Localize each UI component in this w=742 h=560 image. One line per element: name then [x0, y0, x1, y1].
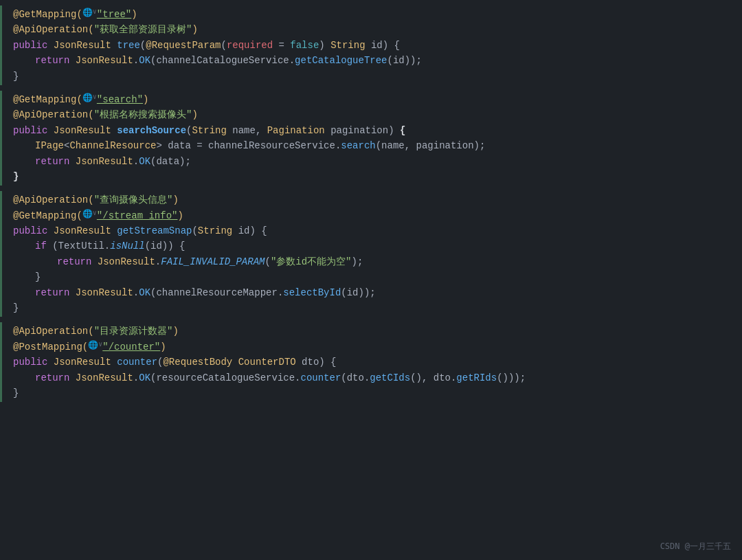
mapping-value: "tree" — [97, 7, 131, 22]
line: if (TextUtil.isNull(id)) { — [2, 238, 742, 254]
code-block-4: @ApiOperation("目录资源计数器") @PostMapping(🌐∨… — [0, 322, 742, 402]
line: } — [2, 300, 742, 315]
annotation: @GetMapping( — [13, 7, 82, 22]
line: } — [2, 69, 742, 84]
globe-icon: 🌐 — [82, 7, 93, 20]
mapping-value: "/counter" — [102, 339, 160, 355]
line: @GetMapping(🌐∨"/stream_info") — [2, 208, 742, 223]
line: @GetMapping(🌐∨"tree") — [2, 7, 742, 22]
globe-icon: 🌐 — [88, 339, 98, 352]
mapping-value: "/stream_info" — [97, 208, 178, 223]
api-op: @ApiOperation( — [13, 324, 94, 339]
line: } — [2, 385, 742, 401]
line: @PostMapping(🌐∨"/counter") — [2, 339, 742, 355]
line: @ApiOperation("获取全部资源目录树") — [2, 22, 742, 37]
annotation: @GetMapping( — [13, 92, 82, 107]
line: public JsonResult tree(@RequestParam(req… — [2, 38, 742, 53]
code-block-2: @GetMapping(🌐∨"search") @ApiOperation("根… — [0, 91, 742, 186]
annotation: @GetMapping( — [13, 208, 82, 223]
api-op: @ApiOperation( — [13, 22, 94, 37]
line: @GetMapping(🌐∨"search") — [2, 92, 742, 107]
line: @ApiOperation("根据名称搜索摄像头") — [2, 107, 742, 122]
line: @ApiOperation("目录资源计数器") — [2, 324, 742, 339]
line: @ApiOperation("查询摄像头信息") — [2, 192, 742, 208]
line: public JsonResult counter(@RequestBody C… — [2, 355, 742, 370]
code-container: @GetMapping(🌐∨"tree") @ApiOperation("获取全… — [0, 0, 742, 407]
line: IPage<ChannelResource> data = channelRes… — [2, 138, 742, 153]
code-block-3: @ApiOperation("查询摄像头信息") @GetMapping(🌐∨"… — [0, 191, 742, 317]
line: public JsonResult getStreamSnap(String i… — [2, 223, 742, 238]
annotation: @PostMapping( — [13, 339, 88, 355]
line: return JsonResult.OK(channelCatalogueSer… — [2, 53, 742, 68]
line: return JsonResult.FAIL_INVALID_PARAM("参数… — [2, 254, 742, 269]
api-op: @ApiOperation( — [13, 192, 94, 208]
line: return JsonResult.OK(data); — [2, 154, 742, 169]
line: } — [2, 169, 742, 184]
mapping-value: "search" — [97, 92, 143, 107]
line: } — [2, 269, 742, 284]
code-block-1: @GetMapping(🌐∨"tree") @ApiOperation("获取全… — [0, 5, 742, 85]
globe-icon: 🌐 — [82, 208, 93, 221]
api-op: @ApiOperation( — [13, 107, 94, 122]
watermark: CSDN @一月三千五 — [660, 540, 731, 553]
globe-icon: 🌐 — [82, 92, 93, 105]
line: return JsonResult.OK(channelResourceMapp… — [2, 285, 742, 300]
line: return JsonResult.OK(resourceCatalogueSe… — [2, 370, 742, 385]
line: public JsonResult searchSource(String na… — [2, 123, 742, 138]
